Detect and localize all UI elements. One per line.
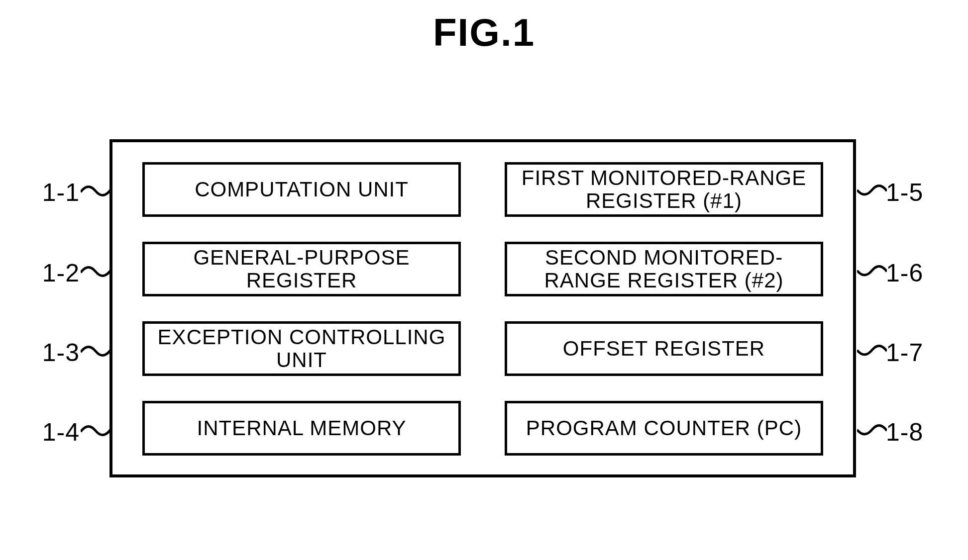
block-label: SECOND MONITORED-RANGE REGISTER (#2) (511, 246, 817, 292)
ref-label-1-8: 1-8 (886, 418, 946, 447)
lead-line-1-8 (857, 422, 887, 440)
block-computation-unit: COMPUTATION UNIT (142, 162, 461, 217)
ref-label-1-5: 1-5 (886, 178, 946, 207)
block-program-counter: PROGRAM COUNTER (PC) (505, 401, 823, 456)
lead-line-1-5 (857, 182, 887, 200)
block-label: OFFSET REGISTER (563, 337, 765, 360)
block-label: GENERAL-PURPOSE REGISTER (149, 246, 454, 292)
lead-line-1-1 (81, 182, 110, 200)
lead-line-1-6 (857, 263, 887, 280)
block-label: EXCEPTION CONTROLLING UNIT (149, 326, 454, 372)
lead-line-1-4 (81, 422, 110, 440)
ref-label-1-4: 1-4 (20, 418, 80, 447)
block-exception-controlling-unit: EXCEPTION CONTROLLING UNIT (142, 321, 461, 376)
lead-line-1-3 (81, 342, 110, 360)
ref-label-1-1: 1-1 (20, 178, 80, 207)
lead-line-1-2 (81, 263, 110, 280)
right-column: FIRST MONITORED-RANGE REGISTER (#1) SECO… (505, 142, 823, 474)
block-label: FIRST MONITORED-RANGE REGISTER (#1) (511, 167, 817, 212)
ref-label-1-6: 1-6 (886, 259, 946, 287)
block-general-purpose-register: GENERAL-PURPOSE REGISTER (142, 242, 461, 296)
block-second-monitored-range-register: SECOND MONITORED-RANGE REGISTER (#2) (505, 242, 823, 296)
block-label: INTERNAL MEMORY (197, 417, 406, 440)
ref-label-1-2: 1-2 (20, 259, 80, 287)
block-offset-register: OFFSET REGISTER (505, 321, 823, 376)
block-internal-memory: INTERNAL MEMORY (142, 401, 461, 456)
ref-label-1-7: 1-7 (886, 338, 946, 367)
figure-page: FIG.1 1-1 1-2 1-3 1-4 1-5 1-6 1-7 1-8 CO… (0, 0, 968, 560)
figure-title: FIG.1 (0, 10, 968, 55)
block-label: PROGRAM COUNTER (PC) (526, 417, 802, 440)
ref-label-1-3: 1-3 (20, 338, 80, 367)
block-first-monitored-range-register: FIRST MONITORED-RANGE REGISTER (#1) (505, 162, 823, 217)
diagram-outer-box: COMPUTATION UNIT GENERAL-PURPOSE REGISTE… (109, 139, 856, 477)
left-column: COMPUTATION UNIT GENERAL-PURPOSE REGISTE… (142, 142, 461, 474)
lead-line-1-7 (857, 342, 887, 360)
block-label: COMPUTATION UNIT (195, 178, 409, 201)
